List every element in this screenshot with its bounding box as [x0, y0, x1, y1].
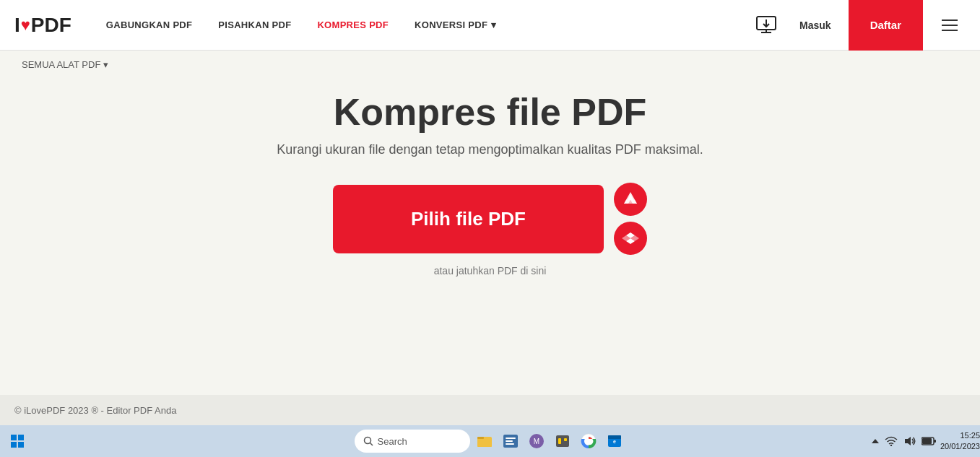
- taskbar-time: 15:25 20/01/2023: [940, 430, 980, 453]
- svg-rect-18: [506, 438, 516, 439]
- svg-rect-11: [18, 442, 24, 448]
- google-drive-icon: [622, 191, 639, 208]
- svg-rect-9: [18, 435, 24, 440]
- windows-icon: [10, 434, 25, 448]
- svg-rect-23: [556, 435, 569, 447]
- download-icon-btn[interactable]: [750, 9, 782, 41]
- svg-marker-33: [905, 437, 911, 445]
- up-arrow-icon[interactable]: [871, 437, 880, 445]
- svg-rect-35: [922, 438, 932, 444]
- taskbar-browser-icon[interactable]: e: [603, 430, 626, 453]
- svg-rect-16: [477, 437, 484, 439]
- svg-rect-20: [506, 443, 514, 445]
- footer: © iLovePDF 2023 ® - Editor PDF Anda: [0, 395, 980, 425]
- chrome-svg: [580, 432, 597, 450]
- chevron-down-icon: ▾: [491, 19, 496, 30]
- taskbar-file-explorer-icon[interactable]: [473, 430, 496, 453]
- logo[interactable]: I ♥ PDF: [14, 14, 71, 37]
- svg-text:M: M: [533, 438, 539, 445]
- svg-line-13: [370, 443, 373, 446]
- logo-pdf: PDF: [31, 14, 71, 37]
- hamburger-line-1: [942, 19, 958, 21]
- time-display: 15:25: [940, 430, 980, 441]
- taskbar-timeline-icon[interactable]: [499, 430, 522, 453]
- svg-rect-8: [11, 435, 17, 440]
- monitor-download-icon: [755, 15, 777, 35]
- meet-svg: M: [528, 432, 545, 450]
- google-drive-button[interactable]: [614, 183, 647, 216]
- hamburger-line-3: [942, 30, 958, 31]
- taskbar-wifi-icon[interactable]: [884, 434, 898, 448]
- nav-konversi-label: KONVERSI PDF: [415, 19, 487, 30]
- login-button[interactable]: Masuk: [789, 14, 841, 37]
- svg-rect-24: [558, 438, 561, 444]
- dropbox-button[interactable]: [614, 222, 647, 255]
- page-subtitle: Kurangi ukuran file dengan tetap mengopt…: [277, 142, 703, 157]
- taskbar-battery-icon[interactable]: [922, 434, 936, 448]
- drop-text: atau jatuhkan PDF di sini: [434, 265, 547, 277]
- svg-point-27: [586, 439, 591, 443]
- semua-alat-link[interactable]: SEMUA ALAT PDF ▾: [22, 59, 108, 70]
- upload-section: Pilih file PDF: [333, 183, 647, 255]
- start-button[interactable]: [4, 428, 30, 454]
- svg-rect-36: [934, 440, 936, 443]
- taskbar-search[interactable]: Search: [355, 430, 470, 453]
- file-explorer-svg: [476, 432, 493, 450]
- taskbar-chrome-icon[interactable]: [577, 430, 600, 453]
- hamburger-line-2: [942, 25, 958, 26]
- hamburger-menu[interactable]: [934, 9, 966, 41]
- volume-svg: [903, 435, 916, 447]
- svg-rect-19: [506, 440, 513, 442]
- register-button[interactable]: Daftar: [849, 0, 923, 51]
- svg-marker-31: [872, 439, 879, 443]
- wifi-svg: [885, 436, 898, 446]
- footer-text: © iLovePDF 2023 ® - Editor PDF Anda: [14, 405, 176, 416]
- logo-i: I: [14, 14, 20, 37]
- taskbar-search-label: Search: [378, 436, 407, 447]
- cloud-upload-icons: [614, 183, 647, 255]
- svg-rect-15: [477, 438, 492, 447]
- svg-point-32: [890, 445, 892, 446]
- main-content: SEMUA ALAT PDF ▾ Kompres file PDF Kurang…: [0, 51, 980, 395]
- date-display: 20/01/2023: [940, 441, 980, 452]
- logo-heart-icon: ♥: [21, 16, 30, 35]
- semua-alat-chevron-icon: ▾: [103, 59, 108, 70]
- dropbox-icon: [622, 230, 639, 247]
- browser-svg: e: [606, 432, 623, 450]
- svg-rect-25: [564, 438, 567, 441]
- taskbar-right: 15:25 20/01/2023: [871, 430, 980, 453]
- select-file-button[interactable]: Pilih file PDF: [333, 185, 604, 253]
- search-icon: [363, 436, 373, 446]
- timeline-svg: [502, 432, 519, 450]
- semua-alat-label: SEMUA ALAT PDF: [22, 59, 100, 70]
- navbar: I ♥ PDF GABUNGKAN PDF PISAHKAN PDF KOMPR…: [0, 0, 980, 51]
- taskbar-volume-icon[interactable]: [903, 434, 917, 448]
- nav-links: GABUNGKAN PDF PISAHKAN PDF KOMPRES PDF K…: [93, 0, 750, 51]
- nav-kompres[interactable]: KOMPRES PDF: [304, 0, 402, 51]
- svg-text:e: e: [613, 439, 616, 444]
- svg-rect-10: [11, 442, 17, 448]
- page-title: Kompres file PDF: [334, 90, 646, 134]
- nav-konversi[interactable]: KONVERSI PDF ▾: [402, 0, 509, 51]
- nav-pisahkan[interactable]: PISAHKAN PDF: [205, 0, 304, 51]
- taskbar: Search M: [0, 425, 980, 457]
- battery-svg: [922, 437, 936, 445]
- svg-point-12: [364, 438, 370, 444]
- nav-right: Masuk Daftar: [750, 0, 966, 51]
- nav-gabungkan[interactable]: GABUNGKAN PDF: [93, 0, 205, 51]
- taskbar-meet-icon[interactable]: M: [525, 430, 548, 453]
- taskbar-settings-icon[interactable]: [551, 430, 574, 453]
- taskbar-center: Search M: [355, 430, 626, 453]
- settings-svg: [554, 432, 571, 450]
